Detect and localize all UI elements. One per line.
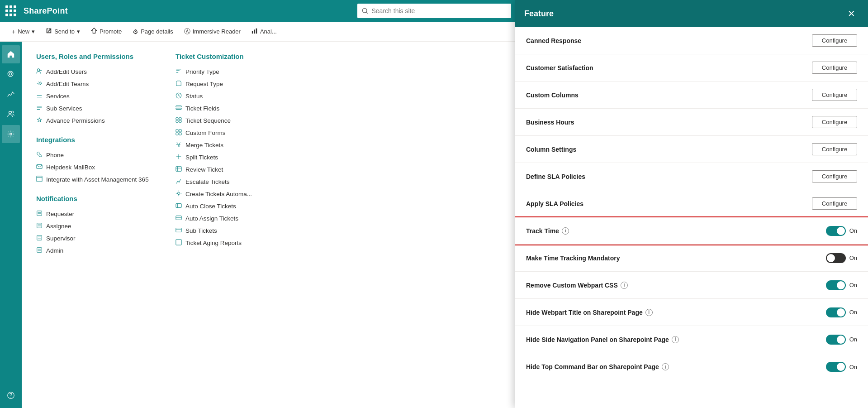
add-edit-users-icon: [36, 68, 43, 76]
nav-services[interactable]: Services: [36, 90, 154, 102]
send-to-button[interactable]: Send to ▾: [41, 25, 85, 38]
search-bar[interactable]: [357, 4, 511, 18]
hide-top-command-bar-label: Hide Top Command Bar on Sharepoint Page …: [526, 363, 669, 370]
svg-rect-39: [176, 118, 178, 120]
assignee-icon: [36, 222, 43, 230]
hide-side-nav-toggle-wrap: On: [826, 335, 857, 345]
add-edit-users-label: Add/Edit Users: [46, 68, 87, 75]
request-type-label: Request Type: [185, 81, 223, 87]
svg-rect-38: [176, 108, 181, 110]
business-hours-configure-btn[interactable]: Configure: [812, 116, 857, 128]
feature-close-button[interactable]: ✕: [844, 7, 859, 20]
apply-sla-configure-btn[interactable]: Configure: [812, 197, 857, 210]
sidebar-item-home[interactable]: [2, 45, 20, 63]
services-icon: [36, 92, 43, 100]
feature-row-time-tracking-mandatory: Make Time Tracking Mandatory On: [515, 245, 868, 272]
nav-supervisor[interactable]: Supervisor: [36, 232, 154, 245]
remove-webpart-css-info-icon[interactable]: i: [621, 282, 628, 289]
column-settings-configure-btn[interactable]: Configure: [812, 143, 857, 155]
page-details-button[interactable]: ⚙ Page details: [128, 25, 178, 38]
time-tracking-mandatory-toggle-label: On: [849, 254, 857, 261]
auto-assign-tickets-label: Auto Assign Tickets: [185, 215, 238, 222]
svg-rect-37: [176, 106, 181, 107]
sub-tickets-label: Sub Tickets: [185, 227, 217, 234]
track-time-toggle[interactable]: [826, 226, 846, 236]
promote-icon: [91, 28, 97, 35]
waffle-menu[interactable]: [5, 5, 16, 16]
supervisor-icon: [36, 235, 43, 242]
svg-rect-22: [37, 176, 42, 182]
svg-point-12: [38, 69, 40, 71]
remove-webpart-css-toggle[interactable]: [826, 280, 846, 290]
customer-satisfaction-configure-btn[interactable]: Configure: [812, 62, 857, 74]
svg-rect-55: [176, 228, 181, 232]
nav-phone[interactable]: Phone: [36, 149, 154, 161]
analytics-icon: [251, 28, 258, 35]
send-to-chevron: ▾: [77, 28, 80, 35]
custom-columns-configure-btn[interactable]: Configure: [812, 89, 857, 101]
sidebar-item-settings[interactable]: [2, 125, 20, 143]
ticket-sequence-icon: [175, 117, 182, 125]
immersive-reader-icon: Ⓐ: [184, 28, 190, 36]
define-sla-configure-btn[interactable]: Configure: [812, 170, 857, 182]
section-integrations: Integrations Phone Helpdesk MailBox: [36, 136, 154, 186]
svg-rect-46: [179, 133, 181, 135]
immersive-reader-button[interactable]: Ⓐ Immersive Reader: [180, 25, 245, 38]
feature-panel-body: Canned Response Configure Customer Satis…: [515, 27, 868, 408]
ticket-fields-icon: [175, 105, 182, 112]
track-time-toggle-wrap: On: [826, 226, 857, 236]
nav-add-edit-teams[interactable]: Add/Edit Teams: [36, 78, 154, 90]
search-input[interactable]: [372, 7, 507, 14]
hide-top-command-bar-toggle-label: On: [849, 364, 857, 370]
nav-sub-services[interactable]: Sub Services: [36, 102, 154, 115]
ticket-aging-reports-label: Ticket Aging Reports: [185, 240, 242, 246]
nav-advance-permissions[interactable]: Advance Permissions: [36, 115, 154, 127]
split-tickets-icon: [175, 154, 182, 161]
svg-point-9: [10, 133, 12, 135]
sub-services-label: Sub Services: [46, 105, 82, 112]
track-time-info-icon[interactable]: i: [562, 227, 569, 235]
sidebar-item-search[interactable]: [2, 65, 20, 83]
nav-admin[interactable]: Admin: [36, 245, 154, 257]
time-tracking-mandatory-label: Make Time Tracking Mandatory: [526, 254, 620, 262]
sidebar-item-people[interactable]: [2, 105, 20, 123]
time-tracking-mandatory-toggle[interactable]: [826, 253, 846, 263]
hide-top-command-bar-info-icon[interactable]: i: [662, 363, 669, 370]
hide-webpart-title-info-icon[interactable]: i: [645, 309, 653, 316]
feature-row-canned-response: Canned Response Configure: [515, 27, 868, 54]
new-button[interactable]: + New ▾: [7, 25, 39, 38]
analytics-button[interactable]: Anal...: [247, 25, 281, 38]
hide-top-command-bar-toggle[interactable]: [826, 362, 846, 372]
request-type-icon: [175, 80, 182, 88]
promote-button[interactable]: Promote: [86, 25, 126, 38]
svg-point-6: [9, 72, 11, 75]
svg-point-0: [362, 8, 367, 13]
feature-row-business-hours: Business Hours Configure: [515, 109, 868, 136]
phone-icon: [36, 151, 43, 159]
nav-add-edit-users[interactable]: Add/Edit Users: [36, 66, 154, 78]
hide-webpart-title-toggle-label: On: [849, 309, 857, 316]
ticket-sequence-label: Ticket Sequence: [185, 117, 231, 124]
nav-helpdesk-mailbox[interactable]: Helpdesk MailBox: [36, 161, 154, 173]
svg-point-5: [8, 71, 13, 77]
nav-requester[interactable]: Requester: [36, 208, 154, 220]
sidebar-item-analytics[interactable]: [2, 85, 20, 103]
nav-integrate-asset[interactable]: Integrate with Asset Management 365: [36, 173, 154, 186]
assignee-label: Assignee: [46, 223, 71, 230]
canned-response-configure-btn[interactable]: Configure: [812, 34, 857, 47]
canned-response-label: Canned Response: [526, 37, 581, 44]
helpdesk-mailbox-icon: [36, 163, 43, 171]
hide-webpart-title-toggle[interactable]: [826, 307, 846, 317]
feature-panel: Feature ✕ Canned Response Configure Cust…: [515, 0, 868, 408]
remove-webpart-css-thumb: [837, 281, 845, 289]
sidebar-item-help[interactable]: [2, 386, 20, 404]
hide-side-nav-info-icon[interactable]: i: [672, 336, 679, 343]
plus-icon: +: [12, 28, 15, 35]
customer-satisfaction-label: Customer Satisfaction: [526, 64, 593, 72]
requester-label: Requester: [46, 211, 74, 217]
nav-assignee[interactable]: Assignee: [36, 220, 154, 232]
svg-point-50: [177, 192, 180, 194]
feature-row-define-sla: Define SLA Policies Configure: [515, 163, 868, 190]
feature-row-track-time: Track Time i On: [515, 217, 868, 245]
hide-side-nav-toggle[interactable]: [826, 335, 846, 345]
